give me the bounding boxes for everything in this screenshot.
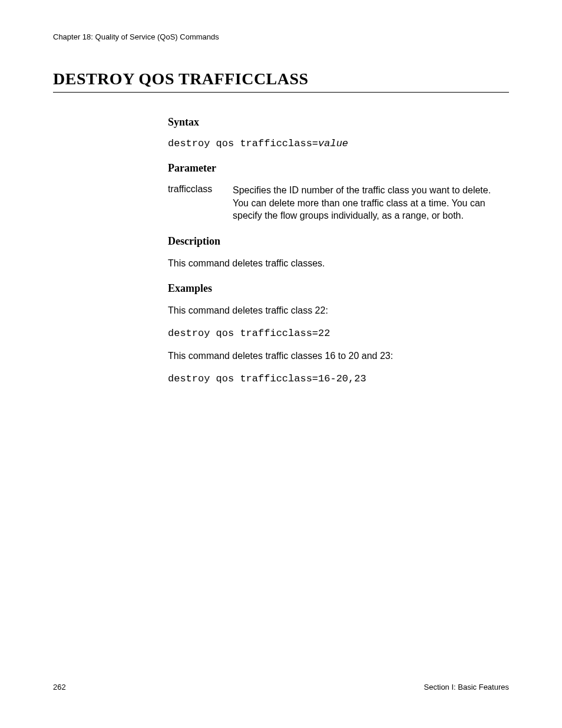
chapter-header: Chapter 18: Quality of Service (QoS) Com… bbox=[53, 32, 509, 41]
parameter-name: trafficclass bbox=[168, 184, 233, 222]
page-footer: 262 Section I: Basic Features bbox=[53, 683, 509, 691]
description-heading: Description bbox=[168, 235, 509, 248]
page-number: 262 bbox=[53, 683, 66, 691]
content-block: Syntax destroy qos trafficclass=value Pa… bbox=[168, 116, 509, 384]
syntax-heading: Syntax bbox=[168, 116, 509, 129]
syntax-command-text: destroy qos trafficclass= bbox=[168, 138, 318, 149]
parameter-description: Specifies the ID number of the traffic c… bbox=[233, 184, 509, 222]
example-code-2: destroy qos trafficclass=16-20,23 bbox=[168, 373, 509, 384]
page-title: DESTROY QOS TRAFFICCLASS bbox=[53, 70, 509, 93]
syntax-command: destroy qos trafficclass=value bbox=[168, 138, 509, 149]
parameter-heading: Parameter bbox=[168, 162, 509, 174]
example-intro-1: This command deletes traffic class 22: bbox=[168, 304, 509, 317]
description-text: This command deletes traffic classes. bbox=[168, 257, 509, 270]
example-intro-2: This command deletes traffic classes 16 … bbox=[168, 350, 509, 363]
parameter-row: trafficclass Specifies the ID number of … bbox=[168, 184, 509, 222]
examples-heading: Examples bbox=[168, 282, 509, 295]
example-code-1: destroy qos trafficclass=22 bbox=[168, 328, 509, 339]
page-container: Chapter 18: Quality of Service (QoS) Com… bbox=[0, 0, 562, 384]
section-label: Section I: Basic Features bbox=[424, 683, 509, 691]
syntax-value: value bbox=[318, 138, 348, 149]
